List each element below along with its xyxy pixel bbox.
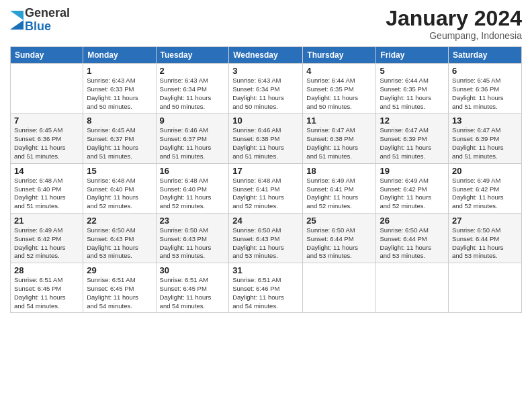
day-number: 14 [14,166,79,176]
day-number: 27 [452,216,518,226]
svg-marker-1 [10,11,24,20]
table-row: 14Sunrise: 6:48 AMSunset: 6:40 PMDayligh… [11,163,83,213]
day-info: Sunrise: 6:45 AMSunset: 6:36 PMDaylight:… [452,77,518,111]
day-number: 21 [14,216,79,226]
calendar-table: Sunday Monday Tuesday Wednesday Thursday… [10,46,522,313]
day-info: Sunrise: 6:45 AMSunset: 6:37 PMDaylight:… [87,126,152,161]
day-number: 23 [160,216,226,226]
table-row: 17Sunrise: 6:48 AMSunset: 6:41 PMDayligh… [229,163,303,213]
day-info: Sunrise: 6:44 AMSunset: 6:35 PMDaylight:… [380,77,445,111]
table-row: 13Sunrise: 6:47 AMSunset: 6:39 PMDayligh… [449,113,522,163]
logo-blue: Blue [25,20,70,34]
header-thursday: Thursday [303,47,376,64]
calendar-week-row: 21Sunrise: 6:49 AMSunset: 6:42 PMDayligh… [11,213,522,263]
day-info: Sunrise: 6:48 AMSunset: 6:40 PMDaylight:… [14,177,79,211]
page-container: General Blue January 2024 Geumpang, Indo… [0,0,532,411]
table-row: 10Sunrise: 6:46 AMSunset: 6:38 PMDayligh… [229,113,303,163]
day-number: 30 [160,265,226,275]
header-monday: Monday [83,47,156,64]
day-number: 29 [87,265,152,275]
logo-general: General [25,7,70,20]
table-row: 18Sunrise: 6:49 AMSunset: 6:41 PMDayligh… [303,163,376,213]
day-number: 8 [87,116,152,126]
day-number: 24 [232,216,299,226]
day-number: 20 [452,166,518,176]
day-info: Sunrise: 6:51 AMSunset: 6:46 PMDaylight:… [232,276,299,310]
table-row [376,263,449,313]
day-number: 4 [306,66,372,76]
month-year-title: January 2024 [386,7,522,30]
day-number: 3 [232,66,299,76]
calendar-header-row: Sunday Monday Tuesday Wednesday Thursday… [11,47,522,64]
table-row: 2Sunrise: 6:43 AMSunset: 6:34 PMDaylight… [156,64,229,113]
location-subtitle: Geumpang, Indonesia [386,30,522,41]
table-row: 24Sunrise: 6:50 AMSunset: 6:43 PMDayligh… [229,213,303,263]
day-info: Sunrise: 6:43 AMSunset: 6:33 PMDaylight:… [87,77,152,111]
table-row: 28Sunrise: 6:51 AMSunset: 6:45 PMDayligh… [11,263,83,313]
day-number: 6 [452,66,518,76]
svg-marker-0 [10,20,24,30]
day-number: 11 [306,116,372,126]
calendar-week-row: 28Sunrise: 6:51 AMSunset: 6:45 PMDayligh… [11,263,522,313]
table-row: 11Sunrise: 6:47 AMSunset: 6:38 PMDayligh… [303,113,376,163]
day-info: Sunrise: 6:49 AMSunset: 6:42 PMDaylight:… [380,177,445,211]
day-info: Sunrise: 6:47 AMSunset: 6:39 PMDaylight:… [380,126,445,161]
day-info: Sunrise: 6:48 AMSunset: 6:41 PMDaylight:… [232,177,299,211]
table-row [303,263,376,313]
header-tuesday: Tuesday [156,47,229,64]
day-number: 13 [452,116,518,126]
table-row: 29Sunrise: 6:51 AMSunset: 6:45 PMDayligh… [83,263,156,313]
table-row: 21Sunrise: 6:49 AMSunset: 6:42 PMDayligh… [11,213,83,263]
header-saturday: Saturday [449,47,522,64]
day-info: Sunrise: 6:50 AMSunset: 6:44 PMDaylight:… [380,226,445,261]
table-row: 7Sunrise: 6:45 AMSunset: 6:36 PMDaylight… [11,113,83,163]
day-number: 16 [160,166,226,176]
table-row: 9Sunrise: 6:46 AMSunset: 6:37 PMDaylight… [156,113,229,163]
day-info: Sunrise: 6:47 AMSunset: 6:39 PMDaylight:… [452,126,518,161]
day-info: Sunrise: 6:50 AMSunset: 6:43 PMDaylight:… [87,226,152,261]
day-info: Sunrise: 6:51 AMSunset: 6:45 PMDaylight:… [14,276,79,310]
day-number: 7 [14,116,79,126]
day-info: Sunrise: 6:48 AMSunset: 6:40 PMDaylight:… [160,177,226,211]
day-info: Sunrise: 6:49 AMSunset: 6:42 PMDaylight:… [452,177,518,211]
day-info: Sunrise: 6:50 AMSunset: 6:44 PMDaylight:… [452,226,518,261]
table-row: 19Sunrise: 6:49 AMSunset: 6:42 PMDayligh… [376,163,449,213]
table-row: 12Sunrise: 6:47 AMSunset: 6:39 PMDayligh… [376,113,449,163]
logo-icon [10,11,24,30]
header-sunday: Sunday [11,47,83,64]
day-info: Sunrise: 6:51 AMSunset: 6:45 PMDaylight:… [160,276,226,310]
table-row: 1Sunrise: 6:43 AMSunset: 6:33 PMDaylight… [83,64,156,113]
table-row: 4Sunrise: 6:44 AMSunset: 6:35 PMDaylight… [303,64,376,113]
logo: General Blue [10,7,70,34]
logo-text: General Blue [25,7,70,34]
day-number: 26 [380,216,445,226]
day-info: Sunrise: 6:50 AMSunset: 6:43 PMDaylight:… [232,226,299,261]
table-row: 25Sunrise: 6:50 AMSunset: 6:44 PMDayligh… [303,213,376,263]
day-number: 25 [306,216,372,226]
day-number: 2 [160,66,226,76]
calendar-week-row: 1Sunrise: 6:43 AMSunset: 6:33 PMDaylight… [11,64,522,113]
day-info: Sunrise: 6:50 AMSunset: 6:43 PMDaylight:… [160,226,226,261]
day-number: 28 [14,265,79,275]
day-number: 31 [232,265,299,275]
day-number: 17 [232,166,299,176]
table-row: 23Sunrise: 6:50 AMSunset: 6:43 PMDayligh… [156,213,229,263]
table-row: 6Sunrise: 6:45 AMSunset: 6:36 PMDaylight… [449,64,522,113]
day-number: 9 [160,116,226,126]
header: General Blue January 2024 Geumpang, Indo… [10,7,522,41]
day-number: 22 [87,216,152,226]
day-info: Sunrise: 6:44 AMSunset: 6:35 PMDaylight:… [306,77,372,111]
day-number: 15 [87,166,152,176]
table-row [449,263,522,313]
day-number: 5 [380,66,445,76]
day-info: Sunrise: 6:46 AMSunset: 6:37 PMDaylight:… [160,126,226,161]
day-number: 12 [380,116,445,126]
table-row [11,64,83,113]
day-info: Sunrise: 6:43 AMSunset: 6:34 PMDaylight:… [232,77,299,111]
table-row: 8Sunrise: 6:45 AMSunset: 6:37 PMDaylight… [83,113,156,163]
table-row: 22Sunrise: 6:50 AMSunset: 6:43 PMDayligh… [83,213,156,263]
table-row: 5Sunrise: 6:44 AMSunset: 6:35 PMDaylight… [376,64,449,113]
day-info: Sunrise: 6:45 AMSunset: 6:36 PMDaylight:… [14,126,79,161]
table-row: 31Sunrise: 6:51 AMSunset: 6:46 PMDayligh… [229,263,303,313]
day-number: 1 [87,66,152,76]
